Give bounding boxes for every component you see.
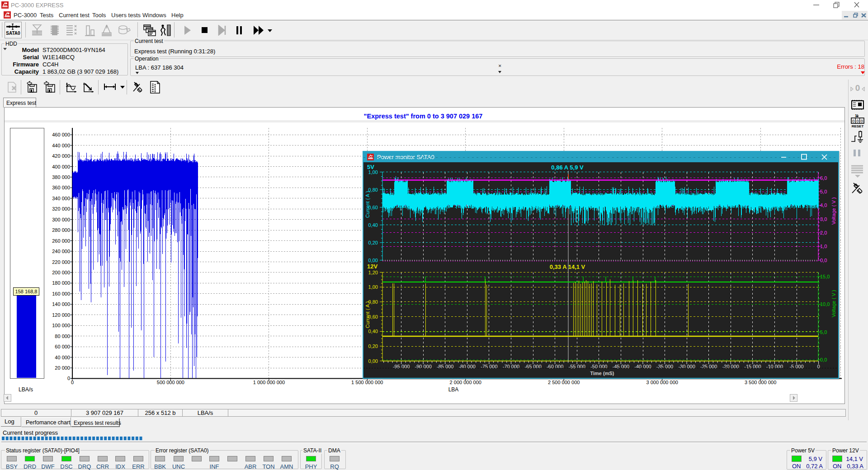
svg-text:4,0: 4,0 <box>820 202 827 208</box>
svg-text:0: 0 <box>855 83 860 93</box>
svg-text:0,00: 0,00 <box>368 258 378 263</box>
svg-text:0,0: 0,0 <box>820 258 827 263</box>
svg-text:RESET: RESET <box>852 124 864 128</box>
svg-text:40 000: 40 000 <box>55 355 70 360</box>
svg-text:0: 0 <box>67 376 70 381</box>
svg-text:20 000: 20 000 <box>55 365 70 371</box>
svg-text:300 000: 300 000 <box>52 217 70 222</box>
svg-text:-60 000: -60 000 <box>547 364 563 369</box>
svg-text:80 000: 80 000 <box>55 334 70 339</box>
svg-text:0,40: 0,40 <box>368 222 378 228</box>
svg-text:160 000: 160 000 <box>52 291 70 296</box>
svg-text:260 000: 260 000 <box>52 238 70 244</box>
svg-text:-85 000: -85 000 <box>437 364 453 369</box>
svg-text:360 000: 360 000 <box>52 185 70 190</box>
svg-text:-75 000: -75 000 <box>481 364 497 369</box>
svg-text:0,33 A 14,1 V: 0,33 A 14,1 V <box>550 263 585 270</box>
svg-text:220 000: 220 000 <box>52 259 70 265</box>
svg-text:-40 000: -40 000 <box>634 364 651 369</box>
svg-text:420 000: 420 000 <box>52 153 70 159</box>
svg-text:320 000: 320 000 <box>52 206 70 212</box>
svg-text:LBA/s: LBA/s <box>19 386 33 393</box>
svg-text:-35 000: -35 000 <box>656 364 673 369</box>
svg-text:1,20: 1,20 <box>368 270 378 275</box>
svg-text:LBA: LBA <box>448 386 459 393</box>
svg-text:Time (mS): Time (mS) <box>590 371 614 376</box>
svg-text:-5 000: -5 000 <box>789 364 803 369</box>
svg-text:100 000: 100 000 <box>52 323 70 328</box>
svg-text:0,20: 0,20 <box>368 343 378 349</box>
svg-text:280 000: 280 000 <box>52 227 70 233</box>
svg-text:12V: 12V <box>367 263 377 270</box>
svg-text:1,0: 1,0 <box>820 244 827 249</box>
svg-text:60 000: 60 000 <box>55 344 70 349</box>
svg-text:1,00: 1,00 <box>368 169 378 175</box>
svg-text:-65 000: -65 000 <box>524 364 541 369</box>
svg-text:440 000: 440 000 <box>52 143 70 148</box>
svg-text:460 000: 460 000 <box>52 132 70 137</box>
svg-text:240 000: 240 000 <box>52 249 70 254</box>
svg-text:380 000: 380 000 <box>52 174 70 180</box>
svg-text:-20 000: -20 000 <box>722 364 739 369</box>
svg-text:Voltage ( V ): Voltage ( V ) <box>831 197 836 225</box>
svg-text:10,0: 10,0 <box>820 301 830 307</box>
svg-text:200 000: 200 000 <box>52 270 70 275</box>
svg-text:0: 0 <box>861 119 863 123</box>
svg-text:-15 000: -15 000 <box>744 364 761 369</box>
svg-text:-55 000: -55 000 <box>569 364 585 369</box>
svg-text:-25 000: -25 000 <box>700 364 717 369</box>
svg-text:15,0: 15,0 <box>820 274 830 279</box>
svg-text:0: 0 <box>856 119 859 123</box>
svg-text:2,0: 2,0 <box>820 230 827 235</box>
svg-text:0: 0 <box>817 364 820 369</box>
svg-text:1,00: 1,00 <box>368 284 378 290</box>
svg-text:5,0: 5,0 <box>820 329 827 335</box>
svg-text:0,00: 0,00 <box>368 358 378 364</box>
svg-text:0,40: 0,40 <box>368 329 378 334</box>
svg-text:-90 000: -90 000 <box>415 364 432 369</box>
svg-text:140 000: 140 000 <box>52 301 70 307</box>
svg-text:120 000: 120 000 <box>52 312 70 318</box>
svg-text:Current ( A ): Current ( A ) <box>365 191 370 218</box>
svg-text:-45 000: -45 000 <box>613 364 629 369</box>
svg-text:-50 000: -50 000 <box>590 364 607 369</box>
svg-text:Current ( A ): Current ( A ) <box>365 301 370 328</box>
svg-text:Voltage ( V ): Voltage ( V ) <box>831 290 836 317</box>
svg-text:6,0: 6,0 <box>820 175 827 181</box>
svg-text:-95 000: -95 000 <box>393 364 410 369</box>
svg-text:"Express test" from 0 to 3 907: "Express test" from 0 to 3 907 029 167 <box>364 113 483 120</box>
svg-text:3,0: 3,0 <box>820 216 827 222</box>
svg-text:-10 000: -10 000 <box>766 364 783 369</box>
svg-text:0: 0 <box>852 119 854 123</box>
svg-text:340 000: 340 000 <box>52 196 70 201</box>
svg-text:180 000: 180 000 <box>52 280 70 286</box>
svg-text:400 000: 400 000 <box>52 164 70 169</box>
svg-text:5,0: 5,0 <box>820 189 827 194</box>
svg-text:-30 000: -30 000 <box>678 364 695 369</box>
svg-text:0,0: 0,0 <box>820 357 827 362</box>
svg-text:-70 000: -70 000 <box>503 364 519 369</box>
svg-text:0,86 A 5,9 V: 0,86 A 5,9 V <box>551 164 584 171</box>
svg-text:0,20: 0,20 <box>368 240 378 245</box>
svg-text:-80 000: -80 000 <box>459 364 476 369</box>
svg-text:158 168,8: 158 168,8 <box>15 289 38 294</box>
